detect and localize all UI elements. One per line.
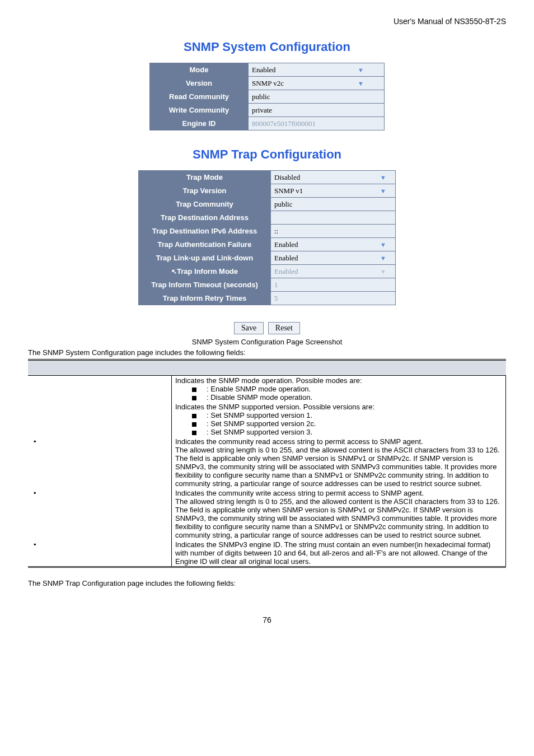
config-row-label: Trap Link-up and Link-down [139, 251, 271, 265]
text-value: public [274, 200, 293, 208]
config-row-label: Read Community [150, 90, 249, 104]
text-value: 5 [274, 294, 278, 302]
dropdown-value: SNMP v1 [274, 186, 303, 195]
dropdown-value: Disabled [274, 173, 300, 182]
chevron-down-icon: ▼ [358, 80, 364, 87]
config-row-label: Trap Authentication Failure [139, 238, 271, 251]
dropdown-field[interactable]: Enabled▼ [271, 238, 396, 251]
field-desc-cell: Indicates the SNMP mode operation. Possi… [172, 376, 506, 403]
text-field[interactable]: 1 [271, 278, 396, 292]
config-row-label: Trap Mode [139, 171, 271, 184]
dropdown-value: Enabled [252, 66, 276, 74]
config-row-label: Trap Community [139, 198, 271, 211]
button-row: Save Reset [28, 322, 506, 334]
config-row-label: Version [150, 77, 249, 90]
field-description-table: Indicates the SNMP mode operation. Possi… [28, 359, 506, 568]
field-label-cell [28, 376, 172, 403]
config-row-label: Trap Destination IPv6 Address [139, 225, 271, 238]
text-field[interactable] [271, 211, 396, 225]
config-row-label: Trap Version [139, 184, 271, 198]
dropdown-value: SNMP v2c [252, 79, 284, 88]
chevron-down-icon: ▼ [380, 241, 386, 248]
chevron-down-icon: ▼ [380, 255, 386, 262]
chevron-down-icon: ▼ [380, 268, 386, 275]
config-row-label: ↖Trap Inform Mode [139, 265, 271, 278]
screenshot-caption: SNMP System Configuration Page Screensho… [28, 338, 506, 346]
config-row-label: Mode [150, 63, 249, 77]
dropdown-field[interactable]: Enabled▼ [249, 63, 385, 77]
config-row-label: Engine ID [150, 117, 249, 130]
square-bullet-icon [192, 422, 196, 427]
config-row-label: Trap Inform Timeout (seconds) [139, 278, 271, 292]
field-label-cell [28, 402, 172, 437]
text-field[interactable]: 5 [271, 292, 396, 305]
square-bullet-icon [192, 396, 196, 400]
chevron-down-icon: ▼ [380, 188, 386, 194]
square-bullet-icon [192, 388, 196, 392]
field-label-cell: • [28, 437, 172, 488]
text-field[interactable]: :: [271, 225, 396, 238]
text-field[interactable]: 800007e5017f000001 [249, 117, 385, 130]
field-desc-cell: Indicates the community write access str… [172, 488, 506, 540]
field-desc-cell: Indicates the SNMPv3 engine ID. The stri… [172, 540, 506, 567]
field-label-cell: • [28, 540, 172, 567]
square-bullet-icon [192, 414, 196, 418]
chevron-down-icon: ▼ [358, 67, 364, 73]
snmp-system-config-table: ModeEnabled▼VersionSNMP v2c▼Read Communi… [149, 63, 385, 130]
dropdown-field[interactable]: Enabled▼ [271, 251, 396, 265]
config-row-label: Trap Inform Retry Times [139, 292, 271, 305]
text-field[interactable]: public [271, 198, 396, 211]
intro-text-1: The SNMP System Configuration page inclu… [28, 348, 506, 357]
dropdown-value: Enabled [274, 267, 298, 276]
dropdown-field[interactable]: SNMP v2c▼ [249, 77, 385, 90]
dropdown-field[interactable]: Disabled▼ [271, 171, 396, 184]
text-value: 1 [274, 281, 278, 289]
field-desc-cell: Indicates the community read access stri… [172, 437, 506, 488]
snmp-trap-config-table: Trap ModeDisabled▼Trap VersionSNMP v1▼Tr… [138, 170, 396, 305]
dropdown-field[interactable]: SNMP v1▼ [271, 184, 396, 198]
reset-button[interactable]: Reset [268, 322, 300, 334]
section1-title: SNMP System Configuration [28, 40, 506, 54]
page-number: 76 [28, 615, 506, 624]
dropdown-value: Enabled [274, 254, 298, 263]
text-value: private [252, 106, 272, 114]
config-row-label: Trap Destination Address [139, 211, 271, 225]
field-label-cell: • [28, 488, 172, 540]
dropdown-field[interactable]: Enabled▼ [271, 265, 396, 278]
save-button[interactable]: Save [234, 322, 264, 334]
intro-text-2: The SNMP Trap Configuration page include… [28, 579, 506, 587]
field-desc-cell: Indicates the SNMP supported version. Po… [172, 402, 506, 437]
text-field[interactable]: private [249, 104, 385, 117]
text-value: :: [274, 227, 278, 235]
text-field[interactable]: public [249, 90, 385, 104]
cursor-icon: ↖ [171, 268, 177, 276]
config-row-label: Write Community [150, 104, 249, 117]
dropdown-value: Enabled [274, 240, 298, 249]
header-right: User's Manual of NS3550-8T-2S [28, 17, 506, 26]
section2-title: SNMP Trap Configuration [28, 147, 506, 162]
text-value: 800007e5017f000001 [252, 119, 316, 128]
square-bullet-icon [192, 431, 196, 435]
text-value: public [252, 92, 270, 101]
chevron-down-icon: ▼ [380, 174, 386, 181]
